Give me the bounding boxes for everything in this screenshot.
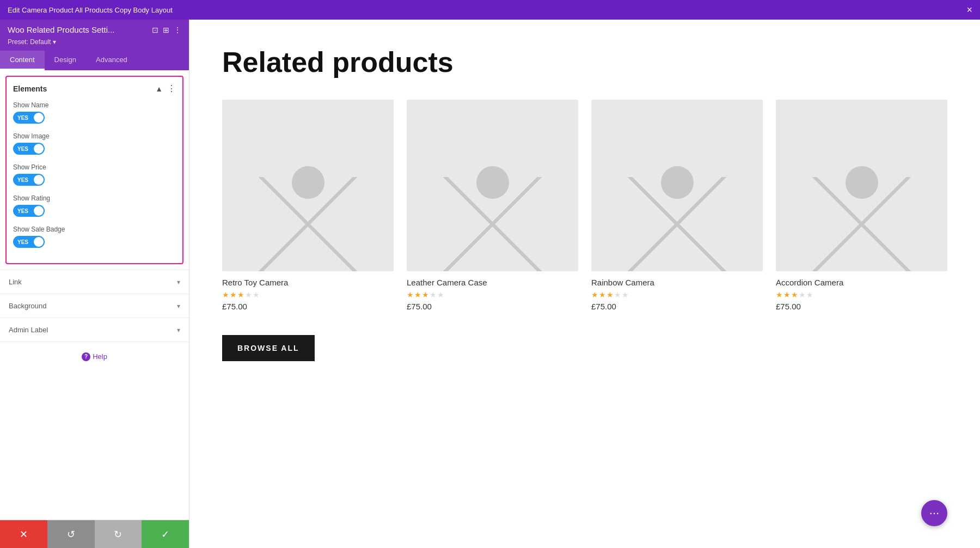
section-header: Elements ▲ ⋮ — [13, 83, 176, 94]
tab-design[interactable]: Design — [45, 51, 86, 70]
elements-section: Elements ▲ ⋮ Show Name YES Show — [5, 76, 183, 264]
product-card-4[interactable]: Accordion Camera ★★★★★ £75.00 — [776, 100, 947, 311]
floating-action-button[interactable]: ··· — [921, 500, 947, 526]
toggle-knob-4 — [34, 206, 44, 216]
panel-title-icons: ⊡ ⊞ ⋮ — [152, 26, 181, 34]
cancel-button[interactable]: ✕ — [0, 520, 47, 548]
panel-more-icon[interactable]: ⋮ — [174, 26, 181, 34]
right-content: Related products Retro Toy Camera ★★★★★ … — [189, 20, 980, 548]
chevron-down-icon-admin: ▾ — [177, 326, 180, 334]
panel-screen-icon[interactable]: ⊡ — [152, 26, 158, 34]
panel-tabs: Content Design Advanced — [0, 51, 189, 70]
toggle-yes-label-2: YES — [17, 146, 28, 152]
section-header-icons: ▲ ⋮ — [155, 83, 176, 94]
show-sale-badge-toggle[interactable]: YES — [13, 236, 45, 248]
toggle-knob — [34, 113, 44, 123]
help-link[interactable]: ? Help — [82, 352, 107, 361]
product-price-3: £75.00 — [591, 302, 763, 311]
product-name-2: Leather Camera Case — [407, 278, 578, 287]
cancel-icon: ✕ — [20, 528, 28, 540]
product-image-4 — [776, 100, 947, 271]
collapse-icon[interactable]: ▲ — [155, 84, 163, 93]
show-rating-label: Show Rating — [13, 194, 176, 202]
toggle-knob-3 — [34, 175, 44, 185]
close-icon[interactable]: × — [966, 5, 972, 15]
product-price-2: £75.00 — [407, 302, 578, 311]
show-sale-badge-row: Show Sale Badge YES — [13, 226, 176, 248]
show-rating-row: Show Rating YES — [13, 194, 176, 217]
tab-content[interactable]: Content — [0, 51, 45, 70]
panel-widget-title: Woo Related Products Setti... — [8, 25, 115, 34]
toggle-yes-label-5: YES — [17, 239, 28, 245]
show-sale-badge-label: Show Sale Badge — [13, 226, 176, 233]
accordion-background[interactable]: Background ▾ — [0, 294, 189, 318]
products-grid: Retro Toy Camera ★★★★★ £75.00 Leather Ca… — [222, 100, 947, 311]
show-price-label: Show Price — [13, 163, 176, 171]
accordion-admin-label-label: Admin Label — [9, 326, 48, 334]
main-layout: Woo Related Products Setti... ⊡ ⊞ ⋮ Pres… — [0, 20, 980, 548]
panel-title-row: Woo Related Products Setti... ⊡ ⊞ ⋮ — [8, 25, 181, 34]
product-image-2 — [407, 100, 578, 271]
undo-icon: ↺ — [67, 528, 75, 540]
help-icon: ? — [82, 352, 90, 361]
product-price-4: £75.00 — [776, 302, 947, 311]
product-rating-2: ★★★★★ — [407, 290, 578, 299]
undo-button[interactable]: ↺ — [47, 520, 95, 548]
product-card-2[interactable]: Leather Camera Case ★★★★★ £75.00 — [407, 100, 578, 311]
toggle-knob-2 — [34, 144, 44, 154]
panel-columns-icon[interactable]: ⊞ — [163, 26, 169, 34]
accordion-admin-label[interactable]: Admin Label ▾ — [0, 318, 189, 342]
redo-icon: ↻ — [114, 528, 122, 540]
toggle-yes-label-4: YES — [17, 208, 28, 214]
page-title: Related products — [222, 47, 947, 78]
show-image-toggle[interactable]: YES — [13, 143, 45, 155]
product-name-4: Accordion Camera — [776, 278, 947, 287]
accordion-background-label: Background — [9, 302, 46, 310]
fab-icon: ··· — [929, 506, 939, 520]
product-image-1 — [222, 100, 394, 271]
product-rating-3: ★★★★★ — [591, 290, 763, 299]
toggle-knob-5 — [34, 237, 44, 247]
help-section: ? Help — [0, 342, 189, 370]
toggle-yes-label-3: YES — [17, 177, 28, 183]
product-price-1: £75.00 — [222, 302, 394, 311]
panel-content: Elements ▲ ⋮ Show Name YES Show — [0, 70, 189, 520]
show-name-row: Show Name YES — [13, 101, 176, 124]
product-name-1: Retro Toy Camera — [222, 278, 394, 287]
product-image-3 — [591, 100, 763, 271]
product-card-1[interactable]: Retro Toy Camera ★★★★★ £75.00 — [222, 100, 394, 311]
product-rating-1: ★★★★★ — [222, 290, 394, 299]
section-menu-icon[interactable]: ⋮ — [167, 83, 176, 94]
show-image-row: Show Image YES — [13, 132, 176, 155]
show-rating-toggle[interactable]: YES — [13, 205, 45, 217]
toggle-yes-label: YES — [17, 115, 28, 121]
left-panel: Woo Related Products Setti... ⊡ ⊞ ⋮ Pres… — [0, 20, 189, 548]
save-icon: ✓ — [161, 528, 169, 540]
chevron-down-icon-background: ▾ — [177, 302, 180, 310]
show-price-row: Show Price YES — [13, 163, 176, 186]
show-price-toggle[interactable]: YES — [13, 174, 45, 186]
save-button[interactable]: ✓ — [142, 520, 189, 548]
help-label: Help — [93, 352, 107, 361]
show-name-label: Show Name — [13, 101, 176, 109]
show-image-label: Show Image — [13, 132, 176, 140]
redo-button[interactable]: ↻ — [95, 520, 142, 548]
product-rating-4: ★★★★★ — [776, 290, 947, 299]
bottom-toolbar: ✕ ↺ ↻ ✓ — [0, 520, 189, 548]
tab-advanced[interactable]: Advanced — [86, 51, 137, 70]
elements-title: Elements — [13, 84, 47, 93]
chevron-down-icon-link: ▾ — [177, 278, 180, 286]
accordion-link-label: Link — [9, 278, 22, 286]
browse-all-button[interactable]: BROWSE ALL — [222, 335, 315, 361]
product-card-3[interactable]: Rainbow Camera ★★★★★ £75.00 — [591, 100, 763, 311]
top-bar: Edit Camera Product All Products Copy Bo… — [0, 0, 980, 20]
show-name-toggle[interactable]: YES — [13, 112, 45, 124]
product-name-3: Rainbow Camera — [591, 278, 763, 287]
top-bar-title: Edit Camera Product All Products Copy Bo… — [8, 6, 173, 14]
panel-header: Woo Related Products Setti... ⊡ ⊞ ⋮ Pres… — [0, 20, 189, 51]
panel-preset[interactable]: Preset: Default — [8, 38, 56, 46]
accordion-link[interactable]: Link ▾ — [0, 270, 189, 294]
